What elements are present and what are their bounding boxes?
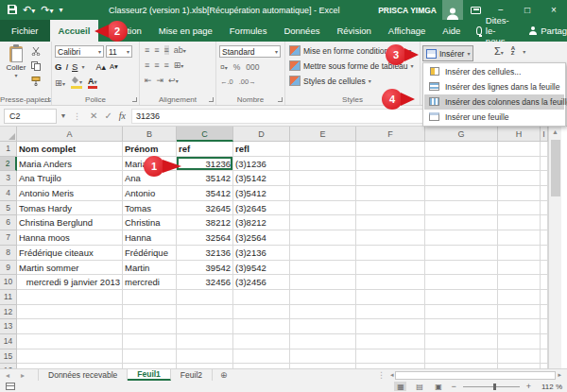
cell-E1[interactable] [290,142,356,157]
row-header-13[interactable]: 13 [0,319,17,334]
cell-D9[interactable]: (3)9542 [233,261,290,276]
cell-B4[interactable]: Antonio [123,186,177,201]
cell-C10[interactable]: 32456 [177,275,233,290]
cell-D3[interactable]: (3)5142 [233,171,290,186]
cell-E15[interactable] [290,349,356,365]
cell-A9[interactable]: Martin sommer [17,261,123,276]
insert-button[interactable]: Insérer ▾ [422,45,473,61]
row-header-5[interactable]: 5 [0,201,17,216]
cell-C15[interactable] [177,349,233,365]
number-format-select[interactable]: Standard▾ [219,45,281,58]
cell-F4[interactable] [356,186,425,201]
cell-D15[interactable] [233,349,290,365]
cell-C4[interactable]: 35412 [177,186,233,201]
vertical-scrollbar[interactable]: ▲ [548,127,561,368]
thousands-icon[interactable]: 000 [246,62,259,72]
cell-H5[interactable] [498,201,541,216]
new-sheet-button[interactable]: ⊕ [213,369,235,381]
cell-C6[interactable]: 38212 [177,215,233,230]
align-center-icon[interactable]: ≡ [154,60,159,70]
row-header-1[interactable]: 1 [0,142,17,157]
tab-révision[interactable]: Révision [328,20,379,42]
cell-F3[interactable] [356,171,425,186]
zoom-slider-thumb[interactable] [493,383,496,390]
scroll-up-icon[interactable]: ▲ [549,127,561,135]
cell-I3[interactable] [541,171,548,186]
cell-G7[interactable] [425,230,498,246]
cell-E9[interactable] [290,261,356,276]
cell-B13[interactable] [123,319,177,334]
menu-item-0[interactable]: Insérer des cellules... [424,64,564,79]
horizontal-scrollbar[interactable] [395,371,556,380]
decrease-decimal-icon[interactable]: .00→ [239,77,256,86]
cell-I8[interactable] [541,246,548,261]
avatar[interactable] [442,0,463,20]
cell-I7[interactable] [541,230,548,246]
cell-H9[interactable] [498,261,541,276]
sheet-tab-feuil1[interactable]: Feuil1 [128,369,171,381]
cell-C2[interactable]: 31236 [177,157,233,172]
cell-C1[interactable]: ref [177,142,233,157]
name-box-caret[interactable]: ▼ [57,112,70,119]
column-header-C[interactable]: C [177,127,233,142]
align-left-icon[interactable]: ≡ [145,60,149,70]
column-header-A[interactable]: A [17,127,123,142]
cell-E8[interactable] [290,246,356,261]
cell-F10[interactable] [356,275,425,290]
percent-icon[interactable]: % [233,62,241,72]
font-color-icon[interactable]: A▾ [88,77,97,89]
cell-F7[interactable] [356,230,425,246]
cell-D8[interactable]: (3)2136 [233,246,290,261]
cell-F5[interactable] [356,201,425,216]
cell-E11[interactable] [290,290,356,305]
cell-B7[interactable]: Hanna [123,230,177,246]
cell-G3[interactable] [425,171,498,186]
align-bottom-icon[interactable]: ≡ [164,45,169,55]
cell-A1[interactable]: Nom complet [17,142,123,157]
tab-aide[interactable]: Aide [434,20,469,42]
tab-affichage[interactable]: Affichage [380,20,434,42]
column-header-D[interactable]: D [233,127,290,142]
cell-G14[interactable] [425,334,498,349]
row-header-7[interactable]: 7 [0,230,17,246]
cell-I14[interactable] [541,334,548,349]
cell-F14[interactable] [356,334,425,349]
cell-F1[interactable] [356,142,425,157]
tab-mise-en-page[interactable]: Mise en page [150,20,221,42]
sheet-next-icon[interactable]: ▸ [15,369,30,381]
paste-button[interactable]: Coller ▾ [4,45,28,89]
cell-C8[interactable]: 32136 [177,246,233,261]
cell-B10[interactable]: mercredi [123,275,177,290]
align-middle-icon[interactable]: ≡ [154,45,159,55]
cell-D13[interactable] [233,319,290,334]
cell-F6[interactable] [356,215,425,230]
cell-C5[interactable]: 32645 [177,201,233,216]
align-top-icon[interactable]: ≡ [145,45,149,55]
cell-G1[interactable] [425,142,498,157]
menu-item-3[interactable]: Insérer une feuille [424,110,564,125]
cell-I13[interactable] [541,319,548,334]
cell-E14[interactable] [290,334,356,349]
copy-icon[interactable] [31,61,41,73]
cell-E12[interactable] [290,305,356,320]
row-header-12[interactable]: 12 [0,305,17,320]
font-dialog-launcher[interactable] [132,97,137,102]
cell-A12[interactable] [17,305,123,320]
cell-D14[interactable] [233,334,290,349]
row-header-8[interactable]: 8 [0,246,17,261]
decrease-indent-icon[interactable]: ⇤ [145,76,152,85]
cell-A5[interactable]: Tomas Hardy [17,201,123,216]
borders-icon[interactable]: ⊞▾ [55,77,65,88]
page-break-view-icon[interactable]: ▣ [432,382,444,391]
cell-G11[interactable] [425,290,498,305]
cell-D10[interactable]: (3)2456 [233,275,290,290]
cell-E3[interactable] [290,171,356,186]
row-header-10[interactable]: 10 [0,275,17,290]
menu-item-2[interactable]: Insérer des colonnes dans la feuille [424,94,564,110]
sheet-tab-données-recevable[interactable]: Données recevable [38,369,128,381]
sheet-prev-icon[interactable]: ◂ [0,369,15,381]
column-header-I[interactable]: I [541,127,548,142]
user-name[interactable]: PRISCA YIMGA [378,6,437,15]
cell-G2[interactable] [425,157,498,172]
cell-F8[interactable] [356,246,425,261]
